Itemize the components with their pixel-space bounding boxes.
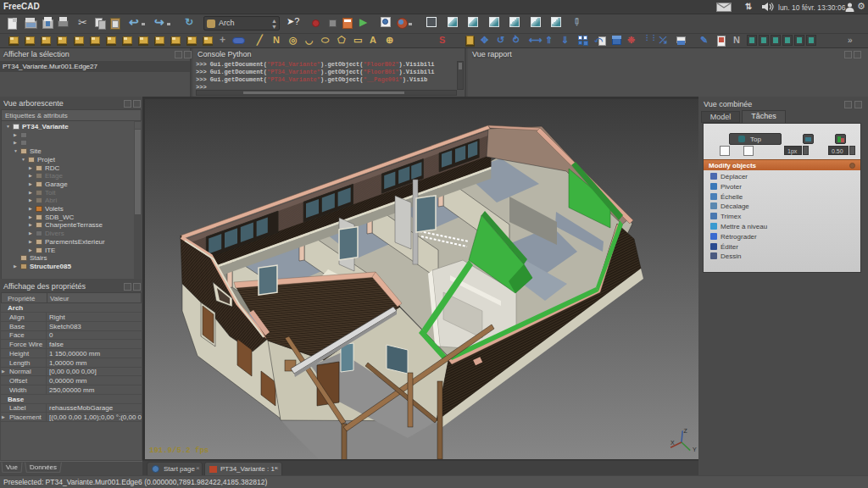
svg-text:X: X: [670, 440, 675, 446]
svg-text:Z: Z: [684, 428, 688, 434]
svg-text:Y: Y: [693, 446, 697, 452]
svg-text:191.9/5.2 fps: 191.9/5.2 fps: [149, 446, 209, 455]
